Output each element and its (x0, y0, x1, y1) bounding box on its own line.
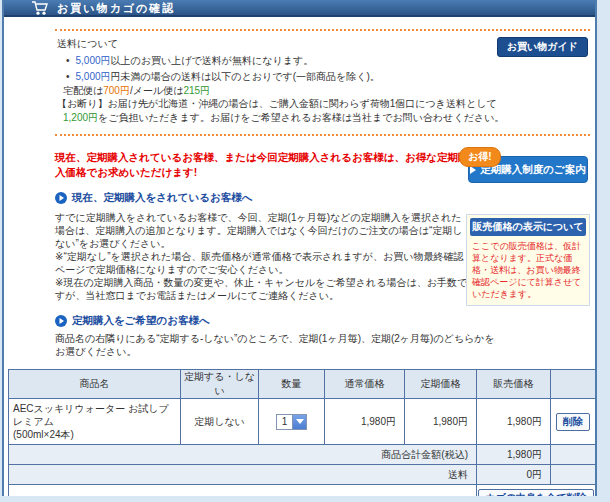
shopping-cart-page: お買い物カゴの確認 お買い物ガイド 送料について 5,000円以上のお買い上げで… (0, 0, 610, 502)
shipping-action-cell (551, 465, 596, 485)
total-value: 1,980円 (477, 445, 551, 465)
subscription-status: 定期しない (181, 399, 259, 445)
col-header-quantity: 数量 (259, 370, 325, 399)
clear-cart-button[interactable]: カゴの中身を全て削除 (478, 489, 593, 497)
page-header-bar: お買い物カゴの確認 (4, 0, 595, 17)
content-panel: お買い物カゴの確認 お買い物ガイド 送料について 5,000円以上のお買い上げで… (2, 0, 597, 496)
current-subscribers-text: すでに定期購入をされているお客様で、今回、定期(1ヶ月毎)などの定期購入を選択さ… (55, 211, 470, 302)
section-arrow-icon (55, 192, 67, 204)
delivery-fee-line: 宅配便は700円/メール便は215円 (57, 84, 588, 98)
clear-cart-spacer (9, 485, 477, 497)
cart-icon (31, 1, 49, 20)
col-header-product: 商品名 (9, 370, 181, 399)
current-subscribers-heading: 現在、定期購入をされているお客様へ (55, 191, 590, 205)
price-note-body: ここでの販売価格は、仮計算となります。正式な価格・送料は、お買い物最終確認ページ… (470, 236, 586, 302)
col-header-action (551, 370, 596, 399)
delete-cell: 削除 (551, 399, 596, 445)
shipping-note-line2: 1,200円をご負担いただきます。お届けをご希望されるお客様は当社までお問い合わ… (57, 111, 588, 125)
total-action-cell (551, 445, 596, 465)
selling-price: 1,980円 (477, 399, 551, 445)
section-arrow-icon (55, 315, 67, 327)
shipping-fee-row: 送料 0円 (9, 465, 596, 485)
subscription-para-2: ※“定期なし”を選択された場合、販売価格が通常価格で表示されますが、お買い物最終… (55, 250, 470, 276)
regular-price: 1,980円 (325, 399, 405, 445)
subscription-cta-area: お得! 定期購入制度のご案内 (468, 156, 588, 183)
shipping-info-section: お買い物ガイド 送料について 5,000円以上のお買い上げで送料が無料になります… (55, 29, 590, 136)
total-row: 商品合計金額(税込) 1,980円 (9, 445, 596, 465)
col-header-subscription: 定期する・しない (181, 370, 259, 399)
col-header-subscription-price: 定期価格 (405, 370, 477, 399)
subscription-alert: 現在、定期購入されているお客様、または今回定期購入されるお客様は、お得な定期購入… (55, 150, 477, 179)
new-subscribers-heading: 定期購入をご希望のお客様へ (55, 314, 590, 328)
col-header-selling-price: 販売価格 (477, 370, 551, 399)
cart-table-header-row: 商品名 定期する・しない 数量 通常価格 定期価格 販売価格 (9, 370, 596, 399)
shipping-bullet-2: 5,000円円未満の場合の送料は以下のとおりです(一部商品を除く)。 (57, 70, 588, 84)
shipping-note-line1: 【お断り】お届け先が北海道・沖縄の場合は、ご購入金額に関わらず荷物1個口につき送… (57, 97, 588, 111)
shipping-fee-label: 送料 (9, 465, 477, 485)
page-title: お買い物カゴの確認 (57, 1, 175, 16)
shopping-guide-button[interactable]: お買い物ガイド (497, 37, 588, 57)
cart-table: 商品名 定期する・しない 数量 通常価格 定期価格 販売価格 AECスッキリウォ… (8, 369, 596, 496)
subscription-para-1: すでに定期購入をされているお客様で、今回、定期(1ヶ月毎)などの定期購入を選択さ… (55, 211, 470, 250)
quantity-select[interactable]: 1 (276, 414, 307, 430)
clear-cart-cell: カゴの中身を全て削除 (477, 485, 596, 497)
subscription-price: 1,980円 (405, 399, 477, 445)
cart-item-row: AECスッキリウォーター お試しプレミアム (500ml×24本) 定期しない … (9, 399, 596, 445)
quantity-value: 1 (277, 415, 292, 429)
new-subscribers-text: 商品名の右隣りにある“定期する-しない”のところで、定期(1ヶ月毎)、定期(2ヶ… (55, 332, 495, 358)
total-label: 商品合計金額(税込) (9, 445, 477, 465)
shipping-fee-value: 0円 (477, 465, 551, 485)
deal-badge: お得! (459, 147, 501, 167)
quantity-cell: 1 (259, 399, 325, 445)
subscription-para-3: ※現在の定期購入商品・数量の変更や、休止・キャンセルをご希望される場合は、お手数… (55, 276, 470, 302)
subscription-section: お得! 定期購入制度のご案内 現在、定期購入されているお客様、または今回定期購入… (55, 150, 590, 358)
col-header-regular-price: 通常価格 (325, 370, 405, 399)
clear-cart-row: カゴの中身を全て削除 (9, 485, 596, 497)
price-note-title: 販売価格の表示について (470, 218, 586, 236)
product-name: AECスッキリウォーター お試しプレミアム (500ml×24本) (9, 399, 181, 445)
price-display-note: 販売価格の表示について ここでの販売価格は、仮計算となります。正式な価格・送料は… (466, 214, 590, 306)
chevron-down-icon (292, 415, 306, 429)
delete-item-button[interactable]: 削除 (556, 413, 590, 431)
